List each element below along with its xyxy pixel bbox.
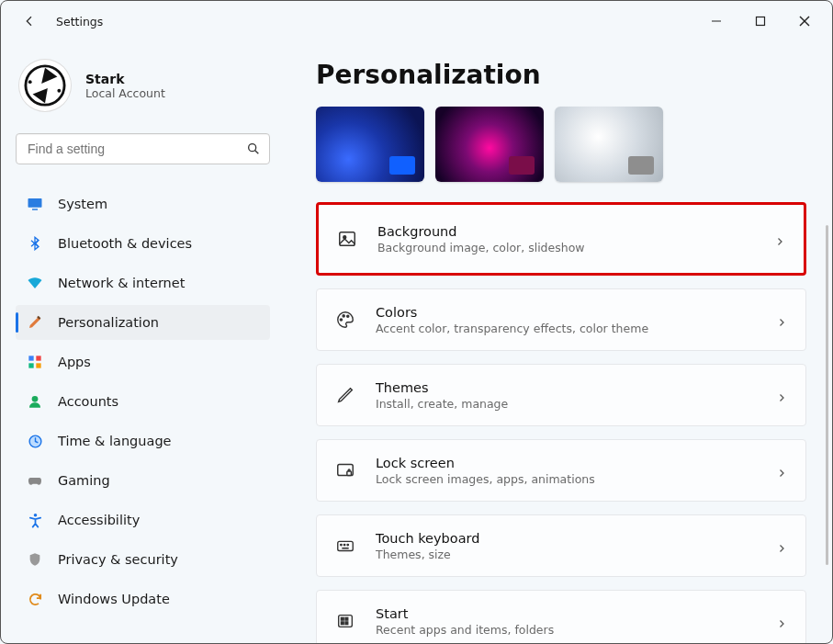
svg-rect-26	[338, 541, 354, 550]
start-grid-icon	[335, 611, 355, 631]
row-subtitle: Accent color, transparency effects, colo…	[376, 322, 648, 335]
window-controls	[696, 8, 825, 34]
window-title: Settings	[56, 15, 103, 28]
search-input[interactable]	[16, 133, 270, 164]
row-lock-screen[interactable]: Lock screen Lock screen images, apps, an…	[316, 439, 806, 502]
sidebar-item-label: Windows Update	[58, 592, 170, 606]
avatar	[19, 60, 71, 111]
apps-icon	[27, 354, 43, 370]
sidebar-item-time-language[interactable]: Time & language	[16, 424, 270, 458]
sidebar-item-privacy[interactable]: Privacy & security	[16, 542, 270, 577]
row-background[interactable]: Background Background image, color, slid…	[316, 202, 806, 276]
sidebar-item-accessibility[interactable]: Accessibility	[16, 503, 270, 537]
chevron-right-icon	[774, 233, 785, 244]
row-start[interactable]: Start Recent apps and items, folders	[316, 590, 806, 643]
sidebar-item-label: System	[58, 197, 107, 211]
theme-thumb-1[interactable]	[316, 107, 424, 182]
svg-rect-10	[32, 209, 38, 210]
svg-rect-13	[36, 356, 40, 360]
settings-rows: Background Background image, color, slid…	[316, 202, 806, 643]
keyboard-icon	[335, 536, 355, 556]
sidebar-item-label: Personalization	[58, 315, 159, 330]
back-button[interactable]	[19, 11, 39, 31]
theme-thumbnails	[316, 107, 806, 182]
row-title: Start	[376, 606, 554, 621]
update-icon	[27, 591, 43, 607]
svg-rect-14	[28, 363, 33, 367]
row-title: Background	[377, 224, 585, 239]
scrollbar[interactable]	[826, 225, 828, 565]
sidebar-item-apps[interactable]: Apps	[16, 345, 270, 379]
row-subtitle: Lock screen images, apps, animations	[376, 472, 595, 486]
minimize-button[interactable]	[696, 8, 737, 34]
sidebar-item-label: Time & language	[58, 434, 172, 448]
svg-rect-32	[341, 617, 343, 620]
svg-rect-19	[340, 232, 355, 246]
bluetooth-icon	[27, 235, 43, 252]
row-title: Themes	[376, 380, 508, 395]
svg-rect-35	[345, 622, 348, 625]
paintbrush-icon	[27, 314, 43, 331]
sidebar-item-label: Accessibility	[58, 513, 140, 527]
account-name: Stark	[85, 72, 165, 86]
svg-point-28	[343, 544, 344, 545]
svg-point-22	[343, 315, 344, 317]
row-title: Lock screen	[376, 456, 595, 470]
row-colors[interactable]: Colors Accent color, transparency effect…	[316, 288, 806, 351]
main-content: Personalization Background Background im…	[281, 41, 832, 643]
chevron-right-icon	[776, 465, 787, 476]
svg-point-6	[57, 89, 61, 93]
svg-point-23	[347, 315, 349, 317]
row-touch-keyboard[interactable]: Touch keyboard Themes, size	[316, 514, 806, 577]
svg-point-29	[347, 544, 348, 545]
palette-icon	[335, 310, 355, 330]
svg-rect-34	[341, 622, 343, 625]
display-icon	[27, 196, 43, 212]
globe-clock-icon	[27, 433, 43, 449]
chevron-right-icon	[776, 616, 787, 627]
svg-line-8	[255, 151, 259, 154]
row-title: Touch keyboard	[376, 531, 479, 546]
sidebar-item-system[interactable]: System	[16, 186, 270, 221]
account-block[interactable]: Stark Local Account	[16, 52, 270, 133]
svg-rect-12	[28, 356, 33, 360]
sidebar-item-update[interactable]: Windows Update	[16, 582, 270, 616]
theme-thumb-3[interactable]	[555, 107, 663, 182]
search-field-wrap	[16, 133, 270, 164]
maximize-button[interactable]	[740, 8, 781, 34]
sidebar-item-label: Bluetooth & devices	[58, 236, 192, 251]
close-button[interactable]	[784, 8, 825, 34]
row-themes[interactable]: Themes Install, create, manage	[316, 364, 806, 426]
row-title: Colors	[376, 305, 648, 320]
sidebar-item-personalization[interactable]: Personalization	[16, 305, 270, 340]
sidebar-item-label: Accounts	[58, 394, 118, 409]
search-icon	[246, 141, 261, 156]
page-title: Personalization	[316, 60, 806, 90]
image-icon	[337, 229, 357, 249]
row-subtitle: Install, create, manage	[376, 397, 508, 411]
svg-rect-25	[347, 471, 352, 476]
annotation-arrow-1	[281, 209, 290, 264]
titlebar: Settings	[1, 1, 832, 41]
svg-point-7	[249, 144, 256, 152]
account-type: Local Account	[85, 86, 165, 100]
sidebar-item-gaming[interactable]: Gaming	[16, 463, 270, 498]
person-icon	[27, 393, 43, 410]
sidebar-item-network[interactable]: Network & internet	[16, 266, 270, 300]
svg-rect-15	[36, 363, 40, 367]
svg-rect-1	[757, 17, 765, 26]
lock-screen-icon	[335, 460, 355, 480]
theme-thumb-2[interactable]	[435, 107, 544, 182]
sidebar-item-accounts[interactable]: Accounts	[16, 384, 270, 419]
svg-point-27	[341, 544, 342, 545]
wifi-icon	[27, 275, 43, 291]
chevron-right-icon	[776, 314, 787, 325]
sidebar-item-bluetooth[interactable]: Bluetooth & devices	[16, 226, 270, 261]
sidebar-item-label: Network & internet	[58, 276, 185, 290]
row-subtitle: Background image, color, slideshow	[377, 241, 585, 254]
accessibility-icon	[27, 512, 43, 528]
sidebar-item-label: Apps	[58, 355, 91, 369]
svg-rect-31	[339, 616, 353, 627]
chevron-right-icon	[776, 390, 787, 401]
row-subtitle: Recent apps and items, folders	[376, 623, 554, 637]
